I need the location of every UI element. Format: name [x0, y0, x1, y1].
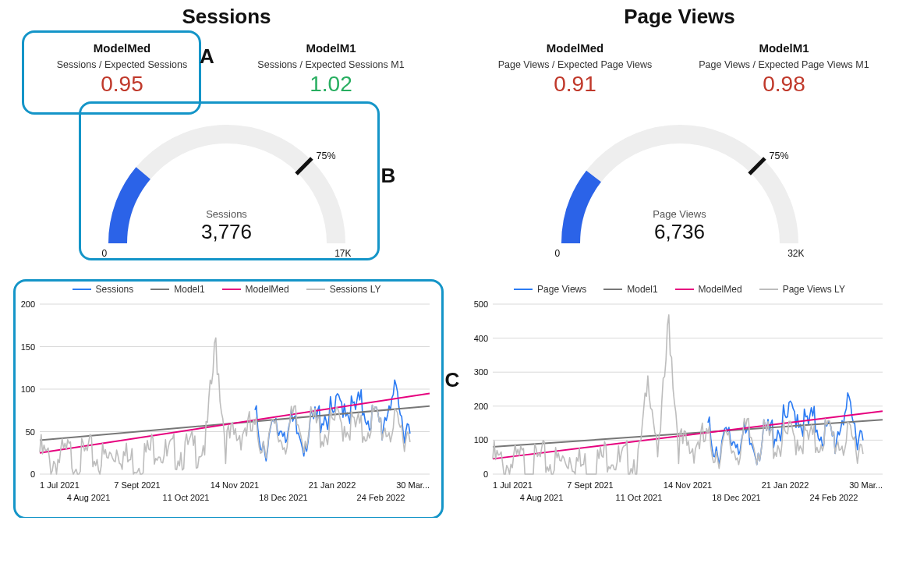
legend-item: Page Views LY — [759, 284, 845, 295]
svg-text:0: 0 — [483, 469, 487, 479]
svg-text:24 Feb 2022: 24 Feb 2022 — [809, 493, 858, 502]
kpi-name: ModelMed — [37, 41, 208, 55]
pageviews-gauge: Page Views 6,736 0 32K 75% — [524, 111, 836, 267]
legend-label: Model1 — [627, 284, 657, 295]
legend-item: ModelMed — [675, 284, 742, 295]
legend-label: Page Views — [537, 284, 586, 295]
legend-label: ModelMed — [699, 284, 742, 295]
kpi-sub: Sessions / Expected Sessions M1 — [246, 59, 417, 70]
pageviews-legend: Page Views Model1 ModelMed Page Views LY — [469, 284, 890, 295]
pageviews-kpi-modelmed: ModelMed Page Views / Expected Page View… — [487, 34, 664, 103]
svg-text:300: 300 — [473, 367, 487, 377]
sessions-kpi-modelmed: ModelMed Sessions / Expected Sessions 0.… — [34, 34, 211, 103]
annotation-c: C — [445, 368, 460, 392]
annotation-b: B — [381, 164, 396, 188]
kpi-name: ModelM1 — [699, 41, 870, 55]
legend-item: Sessions — [73, 284, 134, 295]
legend-label: Sessions LY — [330, 284, 381, 295]
sessions-gauge: Sessions 3,776 0 17K 75% — [71, 111, 383, 267]
sessions-column: Sessions ModelMed Sessions / Expected Se… — [8, 0, 445, 510]
gauge-value: 3,776 — [71, 220, 383, 244]
gauge-min: 0 — [555, 248, 561, 259]
kpi-sub: Page Views / Expected Page Views M1 — [699, 59, 870, 70]
kpi-name: ModelM1 — [246, 41, 417, 55]
svg-text:21 Jan 2022: 21 Jan 2022 — [761, 480, 809, 490]
sessions-title: Sessions — [182, 5, 271, 29]
svg-text:21 Jan 2022: 21 Jan 2022 — [308, 480, 356, 490]
svg-text:7 Sept 2021: 7 Sept 2021 — [114, 480, 160, 490]
svg-text:11 Oct 2021: 11 Oct 2021 — [162, 493, 209, 502]
kpi-value: 1.02 — [246, 73, 417, 95]
legend-item: Page Views — [514, 284, 586, 295]
legend-label: Model1 — [174, 284, 204, 295]
svg-text:500: 500 — [473, 299, 487, 309]
gauge-tick-label: 75% — [317, 151, 336, 161]
annotation-a: A — [200, 44, 214, 69]
kpi-value: 0.95 — [37, 73, 208, 95]
svg-text:7 Sept 2021: 7 Sept 2021 — [567, 480, 613, 490]
legend-label: ModelMed — [246, 284, 289, 295]
legend-label: Sessions — [96, 284, 134, 295]
kpi-value: 0.98 — [699, 73, 870, 95]
kpi-sub: Page Views / Expected Page Views — [490, 59, 661, 70]
svg-text:14 Nov 2021: 14 Nov 2021 — [210, 480, 258, 490]
sessions-legend: Sessions Model1 ModelMed Sessions LY — [16, 284, 437, 295]
svg-text:100: 100 — [20, 384, 34, 394]
pageviews-chart[interactable]: 01002003004005001 Jul 20217 Sept 202114 … — [469, 299, 890, 510]
svg-text:400: 400 — [473, 334, 487, 343]
svg-text:4 Aug 2021: 4 Aug 2021 — [519, 493, 563, 502]
svg-text:50: 50 — [25, 427, 34, 437]
svg-text:30 Mar...: 30 Mar... — [396, 480, 430, 490]
svg-text:4 Aug 2021: 4 Aug 2021 — [66, 493, 110, 502]
pageviews-kpi-modelm1: ModelM1 Page Views / Expected Page Views… — [695, 34, 873, 103]
gauge-tick-label: 75% — [770, 151, 789, 161]
svg-text:1 Jul 2021: 1 Jul 2021 — [40, 480, 80, 490]
pageviews-title: Page Views — [624, 5, 735, 29]
legend-item: Sessions LY — [306, 284, 381, 295]
svg-text:11 Oct 2021: 11 Oct 2021 — [615, 493, 662, 502]
legend-item: Model1 — [603, 284, 657, 295]
legend-item: Model1 — [150, 284, 204, 295]
svg-text:100: 100 — [473, 435, 487, 445]
sessions-kpi-modelm1: ModelM1 Sessions / Expected Sessions M1 … — [242, 34, 420, 103]
gauge-max: 17K — [334, 248, 351, 259]
svg-text:1 Jul 2021: 1 Jul 2021 — [493, 480, 533, 490]
gauge-label: Page Views — [524, 208, 836, 220]
gauge-label: Sessions — [71, 208, 383, 220]
gauge-value: 6,736 — [524, 220, 836, 244]
kpi-name: ModelMed — [490, 41, 661, 55]
svg-text:200: 200 — [473, 402, 487, 411]
svg-text:200: 200 — [20, 299, 34, 309]
legend-item: ModelMed — [222, 284, 289, 295]
sessions-gauge-wrap: Sessions 3,776 0 17K 75% B — [71, 103, 383, 267]
svg-text:30 Mar...: 30 Mar... — [849, 480, 883, 490]
sessions-timeseries-wrap: Sessions Model1 ModelMed Sessions LY 050… — [16, 284, 437, 510]
sessions-kpi-row: ModelMed Sessions / Expected Sessions 0.… — [8, 34, 445, 103]
svg-text:18 Dec 2021: 18 Dec 2021 — [712, 493, 760, 502]
gauge-max: 32K — [787, 248, 804, 259]
svg-text:24 Feb 2022: 24 Feb 2022 — [356, 493, 405, 502]
gauge-min: 0 — [102, 248, 108, 259]
pageviews-column: Page Views ModelMed Page Views / Expecte… — [461, 0, 898, 510]
svg-text:18 Dec 2021: 18 Dec 2021 — [259, 493, 307, 502]
pageviews-timeseries-wrap: Page Views Model1 ModelMed Page Views LY… — [469, 284, 890, 510]
kpi-sub: Sessions / Expected Sessions — [37, 59, 208, 70]
svg-text:0: 0 — [30, 469, 34, 479]
sessions-chart[interactable]: 0501001502001 Jul 20217 Sept 202114 Nov … — [16, 299, 437, 510]
kpi-value: 0.91 — [490, 73, 661, 95]
svg-text:150: 150 — [20, 342, 34, 352]
svg-text:14 Nov 2021: 14 Nov 2021 — [663, 480, 711, 490]
pageviews-kpi-row: ModelMed Page Views / Expected Page View… — [461, 34, 898, 103]
legend-label: Page Views LY — [783, 284, 845, 295]
